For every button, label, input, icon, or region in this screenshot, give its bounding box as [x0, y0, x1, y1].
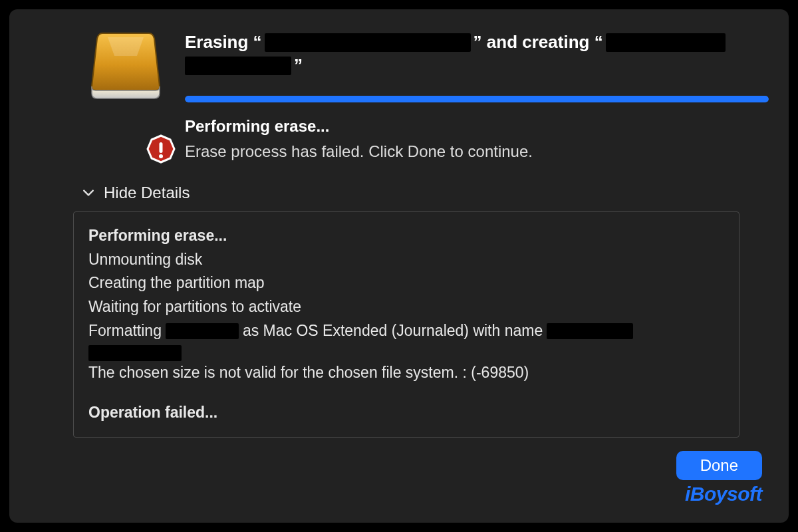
- details-log: Performing erase... Unmounting disk Crea…: [73, 211, 739, 437]
- progress-bar: [185, 96, 769, 102]
- drive-icon-wrap: [89, 29, 169, 161]
- done-button[interactable]: Done: [676, 451, 762, 480]
- log-fragment: Formatting: [88, 319, 162, 343]
- watermark-text: iBoysoft: [685, 483, 762, 505]
- progress-fill: [185, 96, 769, 102]
- redacted-target-name-1: [606, 33, 726, 52]
- title-suffix: ”: [294, 54, 303, 77]
- log-fragment: as Mac OS Extended (Journaled) with name: [243, 319, 543, 343]
- redacted-source-name: [265, 33, 471, 52]
- details-toggle-label: Hide Details: [104, 184, 190, 202]
- dialog-title: Erasing “ ” and creating “: [185, 31, 769, 54]
- title-block: Erasing “ ” and creating “ ” Performing …: [185, 29, 769, 161]
- log-blank: [88, 385, 724, 401]
- log-line: Formatting as Mac OS Extended (Journaled…: [88, 319, 724, 343]
- redacted-disk-id: [166, 323, 239, 339]
- redacted-target-name-2: [185, 57, 291, 75]
- redacted-continuation: [88, 345, 182, 361]
- dialog-title-line2: ”: [185, 54, 769, 77]
- log-line: Creating the partition map: [88, 271, 724, 295]
- chevron-down-icon: [82, 187, 94, 199]
- status-heading: Performing erase...: [185, 117, 769, 136]
- log-line: The chosen size is not valid for the cho…: [88, 361, 724, 385]
- log-line: Unmounting disk: [88, 248, 724, 272]
- svg-point-2: [159, 154, 163, 158]
- log-line: Waiting for partitions to activate: [88, 295, 724, 319]
- dialog-footer: Done iBoysoft: [676, 451, 762, 505]
- redacted-volume-name: [547, 323, 633, 339]
- error-badge-icon: [145, 134, 177, 166]
- status-subtext: Erase process has failed. Click Done to …: [185, 142, 769, 161]
- details-toggle[interactable]: Hide Details: [82, 184, 769, 202]
- title-mid: ” and creating “: [473, 31, 603, 54]
- erase-dialog: Erasing “ ” and creating “ ” Performing …: [9, 9, 789, 523]
- log-line: Performing erase...: [88, 224, 724, 248]
- external-drive-icon: [89, 29, 162, 102]
- title-prefix: Erasing “: [185, 31, 262, 54]
- dialog-header: Erasing “ ” and creating “ ” Performing …: [29, 23, 769, 161]
- log-line: Operation failed...: [88, 401, 724, 425]
- svg-rect-1: [160, 142, 163, 153]
